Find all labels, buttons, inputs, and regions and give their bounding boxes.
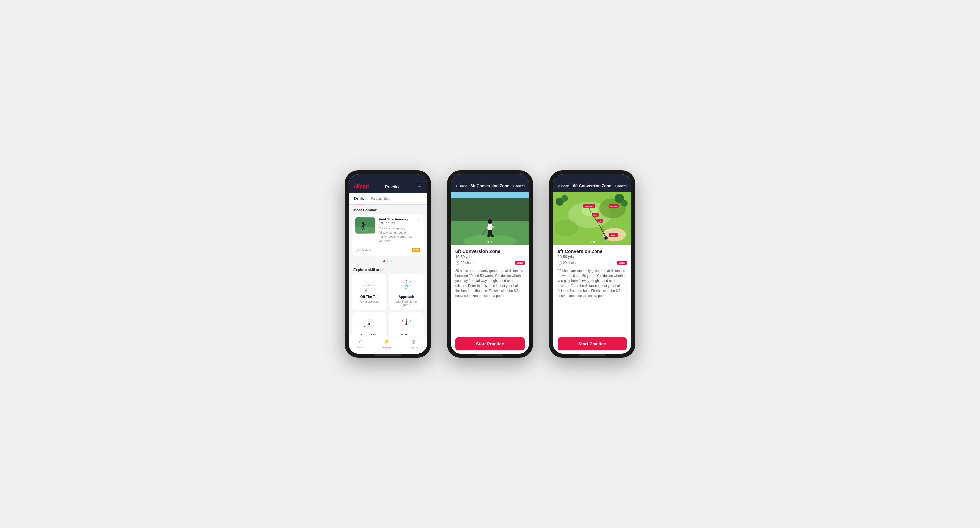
putting-icon-wrap bbox=[396, 316, 416, 332]
home-icon: ⌂ bbox=[359, 338, 363, 345]
svg-rect-62 bbox=[487, 235, 490, 237]
svg-point-73 bbox=[621, 200, 628, 207]
tab-favourites[interactable]: Favourites bbox=[371, 193, 391, 204]
nav-activities[interactable]: ⚡ Activities bbox=[382, 338, 392, 349]
tabs-bar: Drills Favourites bbox=[349, 193, 427, 204]
nav-home-label: Home bbox=[357, 346, 364, 349]
phone-2: < Back 6ft Conversion Zone Cancel bbox=[447, 171, 533, 357]
tab-drills[interactable]: Drills bbox=[354, 193, 364, 204]
featured-drill-card[interactable]: Find The Fairway Off The Tee Create an i… bbox=[352, 214, 424, 256]
detail-content-2: 6ft Conversion Zone 10-50 yds 🕐 20 shots… bbox=[451, 245, 529, 334]
capture-icon: ⊕ bbox=[411, 338, 416, 345]
header-title: Practice bbox=[385, 184, 401, 189]
svg-point-71 bbox=[561, 195, 568, 202]
svg-point-17 bbox=[364, 280, 365, 282]
skills-grid: Off The Tee Power accuracy bbox=[349, 274, 427, 335]
skill-card-atg[interactable]: Around The Green Hone your short game bbox=[352, 313, 387, 335]
most-popular-label: Most Popular bbox=[349, 204, 427, 214]
svg-line-11 bbox=[364, 281, 369, 285]
svg-point-18 bbox=[373, 280, 375, 282]
screen-3: < Back 6ft Conversion Zone Cancel bbox=[553, 174, 631, 354]
detail-header-3: < Back 6ft Conversion Zone Cancel bbox=[553, 174, 631, 191]
svg-point-20 bbox=[375, 285, 376, 286]
notch bbox=[375, 171, 401, 172]
cancel-button-2[interactable]: Cancel bbox=[513, 184, 525, 188]
back-label-2: < Back bbox=[455, 184, 467, 188]
start-practice-button-3[interactable]: Start Practice bbox=[558, 337, 627, 350]
back-button-3[interactable]: < Back bbox=[558, 184, 569, 188]
svg-point-29 bbox=[402, 281, 403, 282]
skill-card-approach[interactable]: Approach Dial-in to hit the green bbox=[389, 274, 424, 310]
approach-icon bbox=[397, 278, 416, 293]
img-dot-3-1 bbox=[590, 241, 592, 243]
explore-label: Explore skill areas bbox=[349, 264, 427, 274]
back-label-3: < Back bbox=[558, 184, 569, 188]
svg-text:ROUGH: ROUGH bbox=[610, 205, 617, 207]
nav-capture[interactable]: ⊕ Capture bbox=[409, 338, 418, 349]
back-button-2[interactable]: < Back bbox=[455, 184, 467, 188]
image-dots-3 bbox=[590, 241, 595, 243]
svg-point-32 bbox=[411, 285, 412, 286]
drill-footer: 🕐 10 shots OTT bbox=[355, 246, 420, 252]
skill-card-ott[interactable]: Off The Tee Power accuracy bbox=[352, 274, 387, 310]
svg-point-3 bbox=[362, 222, 364, 224]
dot-2 bbox=[387, 260, 389, 262]
skill-desc-approach: Dial-in to hit the green bbox=[393, 300, 420, 306]
shots-count-3: 20 shots bbox=[563, 261, 576, 265]
drill-thumbnail bbox=[355, 217, 375, 234]
drill-card-header: Find The Fairway Off The Tee Create an i… bbox=[355, 217, 420, 243]
menu-icon[interactable]: ☰ bbox=[417, 184, 422, 189]
drill-range-2: 10-50 yds bbox=[455, 255, 525, 259]
img-dot-2 bbox=[491, 241, 493, 243]
screen-2: < Back 6ft Conversion Zone Cancel bbox=[451, 174, 529, 354]
drill-shots: 🕐 10 shots bbox=[355, 249, 372, 252]
detail-content-3: 6ft Conversion Zone 10-50 yds 🕐 20 shots… bbox=[553, 245, 631, 334]
phone-3: < Back 6ft Conversion Zone Cancel bbox=[549, 171, 635, 357]
golf-photo-svg bbox=[451, 191, 529, 245]
nav-home[interactable]: ⌂ Home bbox=[357, 338, 364, 349]
shots-row-3: 🕐 20 shots ARG bbox=[558, 261, 627, 265]
tag-ott: OTT bbox=[412, 248, 420, 252]
svg-point-67 bbox=[555, 220, 578, 236]
shots-info-3: 🕐 20 shots bbox=[558, 261, 576, 265]
phone-1: clippd Practice ☰ Drills Favourites Most… bbox=[345, 171, 431, 357]
svg-line-24 bbox=[402, 282, 406, 285]
map-svg: FAIRWAY ROUGH Miss Hit SAND bbox=[553, 191, 631, 245]
start-practice-button-2[interactable]: Start Practice bbox=[455, 337, 525, 350]
img-dot-1 bbox=[488, 241, 489, 243]
home-indicator bbox=[375, 354, 401, 356]
skill-desc-ott: Power accuracy bbox=[359, 300, 380, 303]
ott-icon bbox=[360, 278, 379, 293]
skill-name-ott: Off The Tee bbox=[360, 295, 378, 298]
bottom-nav: ⌂ Home ⚡ Activities ⊕ Capture bbox=[349, 335, 427, 354]
svg-text:FAIRWAY: FAIRWAY bbox=[585, 205, 594, 207]
tag-arg-3: ARG bbox=[617, 261, 627, 265]
dot-3 bbox=[390, 260, 393, 262]
svg-point-33 bbox=[406, 279, 407, 281]
drill-range-3: 10-50 yds bbox=[558, 255, 627, 259]
drill-map-3: FAIRWAY ROUGH Miss Hit SAND bbox=[553, 191, 631, 245]
cancel-button-3[interactable]: Cancel bbox=[616, 184, 627, 188]
svg-rect-58 bbox=[490, 230, 492, 236]
golf-thumb-svg bbox=[356, 218, 375, 233]
svg-point-30 bbox=[410, 281, 411, 282]
putting-icon bbox=[397, 316, 416, 332]
shots-count-2: 20 shots bbox=[461, 261, 473, 265]
svg-line-16 bbox=[369, 285, 372, 290]
skill-card-putting[interactable]: Putting Make and lag practice bbox=[389, 313, 424, 335]
card-dots bbox=[349, 258, 427, 264]
clock-icon-2: 🕐 bbox=[455, 261, 460, 265]
svg-point-48 bbox=[401, 325, 402, 326]
img-dot-3-2 bbox=[593, 241, 595, 243]
favourite-icon[interactable]: ☆ bbox=[417, 217, 420, 243]
atg-icon bbox=[360, 316, 379, 332]
screen-1: clippd Practice ☰ Drills Favourites Most… bbox=[349, 174, 427, 354]
svg-text:SAND: SAND bbox=[611, 234, 616, 236]
drill-image-2 bbox=[451, 191, 529, 245]
nav-capture-label: Capture bbox=[409, 346, 418, 349]
svg-point-31 bbox=[401, 285, 402, 286]
clock-icon-3: 🕐 bbox=[558, 261, 562, 265]
drill-name-3: 6ft Conversion Zone bbox=[558, 249, 627, 254]
notch-2 bbox=[477, 171, 503, 172]
svg-point-49 bbox=[410, 325, 412, 326]
